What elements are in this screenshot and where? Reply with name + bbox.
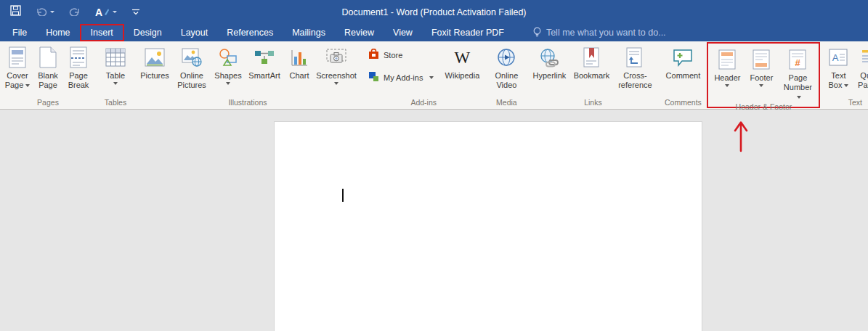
annotation-arrow-up (731, 119, 751, 155)
comment-button[interactable]: Comment (662, 43, 704, 81)
quick-access-toolbar: A (0, 5, 140, 19)
chart-button[interactable]: Chart (284, 43, 315, 81)
tab-review[interactable]: Review (335, 24, 384, 41)
group-label-pages: Pages (1, 98, 95, 109)
bookmark-button[interactable]: Bookmark (570, 43, 612, 81)
redo-icon (69, 6, 81, 19)
svg-text:A: A (832, 52, 839, 63)
table-label: Table (106, 71, 125, 80)
comment-label: Comment (666, 71, 701, 80)
page-break-button[interactable]: Page Break (63, 43, 94, 90)
footer-button[interactable]: Footer (745, 45, 778, 87)
header-button[interactable]: Header (710, 45, 745, 87)
tab-view[interactable]: View (384, 24, 422, 41)
header-icon (718, 48, 736, 71)
group-label-add-ins: Add-ins (361, 98, 486, 109)
tab-home[interactable]: Home (36, 24, 79, 41)
wikipedia-icon: W (455, 49, 471, 66)
screenshot-label: Screenshot (316, 71, 357, 80)
document-area (0, 110, 868, 331)
dropdown-caret-icon (844, 84, 848, 87)
shapes-button[interactable]: Shapes (211, 43, 245, 85)
page-break-label: Page Break (68, 71, 89, 89)
tab-mailings[interactable]: Mailings (283, 24, 335, 41)
group-pages: Cover Page Blank Page Page Break Pages (1, 41, 95, 109)
store-button[interactable]: Store (368, 49, 434, 61)
table-button[interactable]: Table (98, 43, 133, 85)
hyperlink-label: Hyperlink (532, 71, 566, 80)
tab-layout[interactable]: Layout (171, 24, 218, 41)
page-number-label: Page Number (784, 73, 812, 91)
blank-page-label: Blank Page (38, 71, 58, 89)
group-label-comments: Comments (660, 98, 705, 109)
group-media: Online Video Media (487, 41, 525, 109)
tab-design[interactable]: Design (124, 24, 171, 41)
lightbulb-icon (532, 27, 542, 39)
footer-label: Footer (750, 73, 774, 82)
group-add-ins: Store My Add-ins W Wikipedia Add-ins (361, 41, 486, 109)
page-number-button[interactable]: # Page Number (778, 45, 817, 102)
group-label-illustrations: Illustrations (136, 98, 360, 109)
tab-foxit-reader-pdf[interactable]: Foxit Reader PDF (422, 24, 514, 41)
undo-button[interactable] (36, 6, 54, 19)
screenshot-icon (326, 46, 346, 69)
text-cursor (342, 189, 344, 202)
tell-me-box[interactable]: Tell me what you want to do... (532, 24, 666, 41)
wikipedia-button[interactable]: W Wikipedia (439, 43, 484, 81)
online-video-button[interactable]: Online Video (489, 43, 524, 90)
cover-page-button[interactable]: Cover Page (2, 43, 33, 90)
quick-parts-icon (861, 46, 868, 69)
tab-insert[interactable]: Insert (80, 24, 124, 41)
customize-qat-icon (131, 6, 140, 19)
text-box-label: Text Box (828, 71, 845, 89)
store-icon (368, 49, 379, 61)
online-pictures-label: Online Pictures (177, 71, 206, 89)
document-page[interactable] (274, 121, 702, 331)
text-box-button[interactable]: A Text Box (823, 43, 853, 90)
my-add-ins-label: My Add-ins (384, 73, 423, 82)
screenshot-button[interactable]: Screenshot (315, 43, 358, 85)
text-box-icon: A (829, 46, 848, 69)
group-header-footer: Header Footer # Page Number Header & Foo… (707, 42, 820, 108)
bookmark-icon (583, 46, 599, 69)
group-label-media: Media (487, 98, 525, 109)
online-video-icon (497, 46, 516, 69)
shapes-label: Shapes (214, 71, 241, 80)
group-illustrations: Pictures Online Pictures Shapes SmartArt… (136, 41, 360, 109)
group-comments: Comment Comments (660, 41, 705, 109)
store-label: Store (384, 51, 402, 60)
dropdown-caret-icon (25, 84, 30, 87)
svg-text:#: # (795, 57, 801, 68)
pictures-button[interactable]: Pictures (137, 43, 172, 81)
online-pictures-button[interactable]: Online Pictures (172, 43, 211, 90)
blank-page-button[interactable]: Blank Page (33, 43, 63, 90)
cover-page-label: Cover Page (5, 71, 28, 89)
tab-references[interactable]: References (217, 24, 283, 41)
my-add-ins-button[interactable]: My Add-ins (368, 71, 434, 83)
redo-button[interactable] (69, 6, 81, 19)
tab-file[interactable]: File (3, 24, 36, 41)
group-label-links: Links (527, 98, 659, 109)
save-button[interactable] (10, 5, 21, 19)
dropdown-caret-icon (226, 82, 230, 85)
tell-me-text: Tell me what you want to do... (546, 28, 666, 38)
dropdown-caret-icon (797, 96, 801, 99)
smartart-button[interactable]: SmartArt (245, 43, 284, 81)
my-add-ins-icon (368, 71, 379, 83)
customize-qat-button[interactable] (131, 6, 140, 19)
font-style-button[interactable]: A (95, 6, 117, 19)
group-label-text: Text (822, 98, 868, 109)
footer-icon (753, 48, 770, 71)
quick-parts-button[interactable]: Quick Parts (853, 43, 868, 90)
cross-reference-button[interactable]: Cross-reference (612, 43, 657, 90)
cross-reference-icon (626, 46, 644, 69)
bookmark-label: Bookmark (574, 71, 610, 80)
hyperlink-button[interactable]: Hyperlink (528, 43, 570, 81)
dropdown-caret-icon (759, 84, 763, 87)
font-style-caret-icon (113, 11, 117, 13)
group-label-tables: Tables (97, 98, 134, 109)
ribbon: Cover Page Blank Page Page Break Pages T… (0, 41, 868, 110)
cover-page-icon (9, 46, 26, 69)
blank-page-icon (39, 46, 57, 69)
header-label: Header (714, 73, 740, 82)
